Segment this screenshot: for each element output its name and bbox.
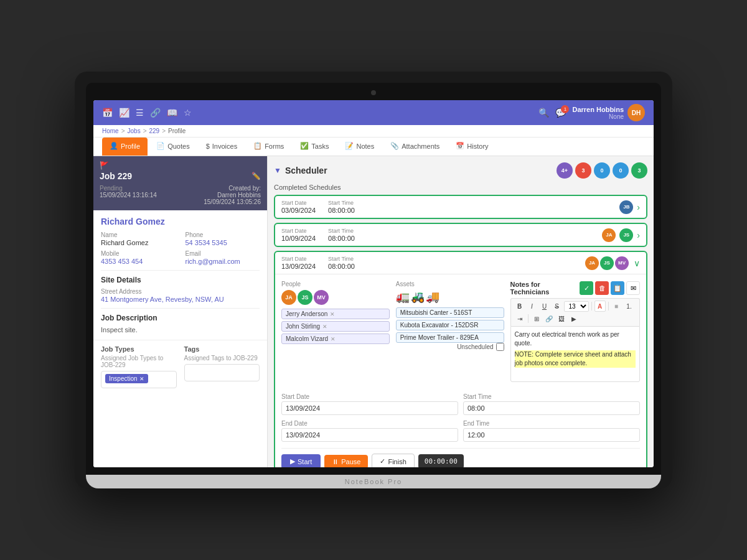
font-size-select[interactable]: 13 14 xyxy=(564,301,589,312)
pause-button[interactable]: ⏸ Pause xyxy=(324,455,368,468)
notes-header: Notes for Technicians ✓ 🗑 📋 ✉ xyxy=(510,281,641,296)
image-button[interactable]: 🖼 xyxy=(556,313,567,324)
address-label: Street Address xyxy=(101,288,260,295)
notes-send-button[interactable]: ✉ xyxy=(626,281,640,295)
link-button[interactable]: 🔗 xyxy=(543,313,555,324)
user-avatar[interactable]: DH xyxy=(627,104,645,121)
sched-row3-collapse-icon[interactable]: ∨ xyxy=(634,258,640,268)
people-avatar-mv: MV xyxy=(314,290,329,305)
end-date-input[interactable] xyxy=(281,428,458,442)
notes-title: Notes for Technicians xyxy=(510,281,580,296)
book-icon[interactable]: 📖 xyxy=(167,108,177,118)
sched-row1-avatar: JB xyxy=(619,200,633,214)
chart-icon[interactable]: 📈 xyxy=(119,108,129,118)
start-date-label: Start Date xyxy=(281,393,458,400)
job-status-right: Created by: Darren Hobbins 15/09/2024 13… xyxy=(204,185,261,205)
strikethrough-button[interactable]: S xyxy=(552,301,563,312)
sched-row3-start-date-label: Start Date xyxy=(281,256,316,262)
table-button[interactable]: ⊞ xyxy=(531,313,542,324)
job-type-tag-inspection: Inspection ✕ xyxy=(105,374,148,383)
start-time-input[interactable] xyxy=(463,401,640,415)
notes-textarea[interactable]: Carry out electrical trench work as per … xyxy=(510,326,641,382)
indent-button[interactable]: ⇥ xyxy=(514,313,525,324)
sched-row2-avatar-ja: JA xyxy=(602,228,616,242)
scheduler-toggle-icon[interactable]: ▼ xyxy=(274,166,281,175)
tab-quotes[interactable]: 📄 Quotes xyxy=(149,138,197,156)
star-icon[interactable]: ☆ xyxy=(184,108,192,118)
toolbar-separator-2 xyxy=(608,302,609,310)
tags-input[interactable] xyxy=(184,364,260,381)
sched-row2-start-time: Start Time 08:00:00 xyxy=(328,228,355,242)
asset-tag-3: Prime Mover Trailer - 829EA xyxy=(396,332,504,343)
sched-row3-start-time-label: Start Time xyxy=(328,256,355,262)
unscheduled-checkbox[interactable] xyxy=(496,343,504,351)
start-button[interactable]: ▶ Start xyxy=(281,454,321,467)
tab-forms[interactable]: 📋 Forms xyxy=(246,138,291,156)
divider-2 xyxy=(101,308,260,309)
scheduler-title: ▼ Scheduler xyxy=(274,166,327,175)
client-name-label: Name xyxy=(101,231,176,238)
start-date-input[interactable] xyxy=(281,401,458,415)
job-type-tag-remove[interactable]: ✕ xyxy=(139,376,144,382)
people-tag-john-remove[interactable]: ✕ xyxy=(322,324,327,330)
breadcrumb-current: Profile xyxy=(168,128,186,134)
italic-button[interactable]: I xyxy=(527,301,538,312)
notification-button[interactable]: 💬 1 xyxy=(555,108,566,118)
people-tag-malcolm-label: Malcolm Vizard xyxy=(286,335,328,342)
notes-save-button[interactable]: ✓ xyxy=(580,281,593,295)
people-tag-jerry-remove[interactable]: ✕ xyxy=(330,311,335,317)
calendar-icon[interactable]: 📅 xyxy=(102,108,113,118)
client-mobile-value[interactable]: 4353 453 454 xyxy=(101,258,176,265)
bullet-list-button[interactable]: ≡ xyxy=(611,301,622,312)
sched-row1-start-time-label: Start Time xyxy=(328,200,355,206)
notes-copy-button[interactable]: 📋 xyxy=(611,281,624,295)
rich-text-toolbar: B I U S 13 14 xyxy=(510,298,641,326)
job-flag-icon: 🚩 xyxy=(100,161,261,170)
tab-notes[interactable]: 📝 Notes xyxy=(337,138,382,156)
job-types-assigned: Assigned Job Types to JOB-229 xyxy=(101,355,177,368)
notes-tab-icon: 📝 xyxy=(345,142,354,150)
tab-attachments-label: Attachments xyxy=(402,142,439,150)
attachments-tab-icon: 📎 xyxy=(390,142,399,150)
sched-row2-start-time-value: 08:00:00 xyxy=(328,235,355,242)
text-color-button[interactable]: A xyxy=(594,301,606,312)
client-email-value[interactable]: rich.g@gmail.com xyxy=(186,258,260,265)
tab-history[interactable]: 📅 History xyxy=(448,138,496,156)
user-name: Darren Hobbins xyxy=(572,106,624,113)
breadcrumb-229[interactable]: 229 xyxy=(149,128,160,134)
tab-tasks[interactable]: ✅ Tasks xyxy=(293,138,336,156)
notes-delete-button[interactable]: 🗑 xyxy=(595,281,609,295)
job-edit-icon[interactable]: ✏️ xyxy=(251,172,261,180)
end-time-input[interactable] xyxy=(463,428,640,442)
sched-row1-expand-icon[interactable]: › xyxy=(637,202,640,212)
list-icon[interactable]: ☰ xyxy=(136,108,144,118)
client-phone-value[interactable]: 54 3534 5345 xyxy=(186,239,260,246)
tab-notes-label: Notes xyxy=(356,142,374,150)
search-icon[interactable]: 🔍 xyxy=(538,108,549,118)
pause-button-label: Pause xyxy=(341,458,360,465)
people-avatar-js: JS xyxy=(298,290,312,305)
address-value[interactable]: 41 Montgomery Ave, Revesby, NSW, AU xyxy=(101,296,260,303)
end-time-group: End Time xyxy=(463,420,640,442)
breadcrumb-home[interactable]: Home xyxy=(102,128,119,134)
breadcrumb-jobs[interactable]: Jobs xyxy=(128,128,141,134)
finish-button[interactable]: ✓ Finish xyxy=(372,454,414,467)
sched-row2-expand-icon[interactable]: › xyxy=(637,230,640,240)
tab-invoices[interactable]: $ Invoices xyxy=(199,138,245,156)
tab-tasks-label: Tasks xyxy=(311,142,329,150)
link-icon[interactable]: 🔗 xyxy=(150,108,161,118)
media-button[interactable]: ▶ xyxy=(568,313,580,324)
sched-row1-start-time: Start Time 08:00:00 xyxy=(328,200,355,214)
tab-attachments[interactable]: 📎 Attachments xyxy=(383,138,447,156)
asset-excavator-icon: 🚜 xyxy=(411,290,425,304)
tab-profile[interactable]: 👤 Profile xyxy=(102,138,148,156)
pause-button-icon: ⏸ xyxy=(332,458,339,465)
bold-button[interactable]: B xyxy=(514,301,525,312)
schedule-row-2-fields: Start Date 10/09/2024 Start Time 08:00:0… xyxy=(281,228,597,242)
user-info: Darren Hobbins None DH xyxy=(572,104,645,121)
end-date-group: End Date xyxy=(281,420,458,442)
underline-button[interactable]: U xyxy=(539,301,550,312)
job-types-input[interactable]: Inspection ✕ xyxy=(101,371,177,388)
people-tag-malcolm-remove[interactable]: ✕ xyxy=(331,336,336,342)
numbered-list-button[interactable]: 1. xyxy=(624,301,635,312)
